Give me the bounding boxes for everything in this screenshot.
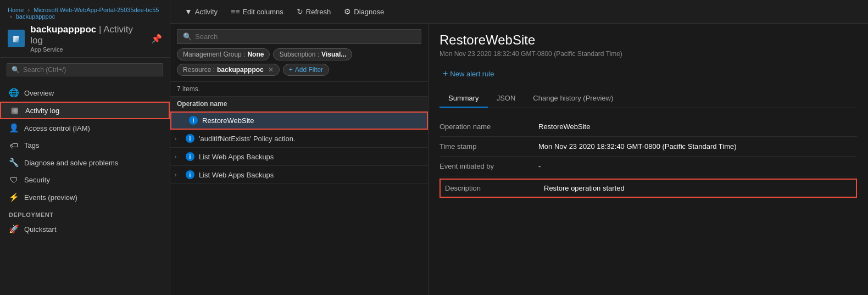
expand-arrow[interactable]: ›	[175, 172, 181, 178]
pin-icon[interactable]: 📌	[151, 34, 162, 44]
list-item[interactable]: › i 'auditIfNotExists' Policy action.	[170, 130, 428, 148]
item-label: List Web Apps Backups	[199, 171, 274, 179]
sidebar-item-label: Tags	[24, 141, 39, 149]
breadcrumb: Home › Microsoft.Web-WebApp-Portal-25035…	[8, 7, 162, 20]
add-filter-icon: +	[289, 66, 293, 74]
sidebar-item-label: Quickstart	[24, 225, 57, 233]
list-item[interactable]: › i List Web Apps Backups	[170, 148, 428, 166]
search-input[interactable]	[195, 32, 415, 41]
gear-icon: ⚙	[344, 7, 351, 16]
refresh-button[interactable]: ↻ Refresh	[291, 4, 337, 19]
info-icon: i	[186, 170, 194, 179]
content-area: 🔍 Management Group : None Subscription :…	[170, 24, 868, 295]
sidebar-item-tags[interactable]: 🏷 Tags	[0, 137, 170, 154]
security-icon: 🛡	[9, 175, 19, 185]
sidebar-header: Home › Microsoft.Web-WebApp-Portal-25035…	[0, 0, 170, 58]
tags-icon: 🏷	[9, 141, 19, 150]
detail-tabs: Summary JSON Change history (Preview)	[439, 90, 857, 108]
sidebar-item-access-control[interactable]: 👤 Access control (IAM)	[0, 119, 170, 137]
edit-columns-button[interactable]: ≡≡ Edit columns	[225, 4, 289, 19]
resource-icon: ▦	[8, 30, 25, 47]
refresh-icon: ↻	[297, 7, 303, 16]
activity-button[interactable]: ▼ Activity	[179, 4, 223, 19]
field-operation-name: Operation name RestoreWebSite	[439, 117, 857, 137]
item-label: RestoreWebSite	[202, 116, 254, 125]
field-event-initiated-by: Event initiated by -	[439, 157, 857, 176]
overview-icon: 🌐	[9, 88, 19, 98]
sidebar-search-input[interactable]	[23, 66, 158, 74]
filter-bar: 🔍 Management Group : None Subscription :…	[170, 24, 428, 82]
detail-timestamp: Mon Nov 23 2020 18:32:40 GMT-0800 (Pacif…	[439, 50, 857, 58]
sidebar-item-label: Activity log	[25, 107, 59, 115]
breadcrumb-rg[interactable]: Microsoft.Web-WebApp-Portal-25035dee-bc5…	[34, 7, 159, 13]
sidebar-item-label: Diagnose and solve problems	[24, 159, 118, 167]
toolbar: ▼ Activity ≡≡ Edit columns ↻ Refresh ⚙ D…	[170, 0, 868, 24]
item-label: 'auditIfNotExists' Policy action.	[199, 135, 295, 143]
tab-summary[interactable]: Summary	[439, 90, 488, 108]
list-header: Operation name	[170, 97, 428, 112]
items-count: 7 items.	[170, 82, 428, 97]
new-alert-rule-button[interactable]: + New alert rule	[439, 66, 498, 81]
plus-icon: +	[443, 69, 448, 79]
info-icon: i	[189, 116, 198, 125]
activity-log-icon: ▦	[10, 105, 20, 115]
nav-items: 🌐 Overview ▦ Activity log 👤 Access contr…	[0, 82, 170, 295]
main-content: ▼ Activity ≡≡ Edit columns ↻ Refresh ⚙ D…	[170, 0, 868, 295]
events-icon: ⚡	[9, 192, 19, 202]
resource-title: ▦ backupapppoc | Activity log App Servic…	[8, 24, 162, 53]
tab-change-history[interactable]: Change history (Preview)	[524, 90, 622, 108]
list-item[interactable]: i RestoreWebSite	[170, 112, 428, 130]
sidebar-item-overview[interactable]: 🌐 Overview	[0, 84, 170, 102]
detail-fields: Operation name RestoreWebSite Time stamp…	[439, 117, 857, 198]
search-icon: 🔍	[12, 66, 20, 74]
sidebar-item-diagnose[interactable]: 🔧 Diagnose and solve problems	[0, 154, 170, 171]
search-icon: 🔍	[183, 32, 192, 41]
sidebar-item-quickstart[interactable]: 🚀 Quickstart	[0, 220, 170, 238]
tab-json[interactable]: JSON	[488, 90, 525, 108]
add-filter-button[interactable]: + Add Filter	[283, 64, 329, 76]
field-description: Description Restore operation started	[439, 179, 857, 198]
columns-icon: ≡≡	[231, 7, 240, 16]
resource-name: backupapppoc | Activity log	[30, 24, 146, 46]
sidebar-item-label: Overview	[24, 89, 54, 97]
breadcrumb-resource[interactable]: backupapppoc	[16, 13, 55, 20]
management-group-filter[interactable]: Management Group : None	[177, 48, 270, 60]
sidebar-item-label: Events (preview)	[24, 193, 77, 202]
detail-title: RestoreWebSite	[439, 32, 857, 48]
list-panel: 🔍 Management Group : None Subscription :…	[170, 24, 429, 295]
diagnose-icon: 🔧	[9, 158, 19, 168]
quickstart-icon: 🚀	[9, 224, 19, 234]
detail-actions: + New alert rule	[439, 66, 857, 81]
list-item[interactable]: › i List Web Apps Backups	[170, 166, 428, 184]
expand-arrow[interactable]: ›	[175, 154, 181, 160]
activity-icon: ▼	[185, 7, 192, 16]
expand-arrow[interactable]: ›	[175, 136, 181, 142]
diagnose-button[interactable]: ⚙ Diagnose	[338, 4, 390, 19]
sidebar-item-events[interactable]: ⚡ Events (preview)	[0, 188, 170, 206]
info-icon: i	[186, 134, 194, 143]
subscription-filter[interactable]: Subscription : Visual...	[273, 48, 352, 60]
sidebar-item-label: Access control (IAM)	[24, 124, 90, 132]
info-icon: i	[186, 152, 194, 161]
filter-tags: Management Group : None Subscription : V…	[177, 48, 421, 76]
sidebar-item-activity-log[interactable]: ▦ Activity log	[0, 102, 170, 119]
search-field: 🔍	[177, 29, 421, 44]
remove-resource-filter[interactable]: ✕	[268, 66, 274, 74]
resource-subtitle: App Service	[30, 46, 146, 53]
sidebar: Home › Microsoft.Web-WebApp-Portal-25035…	[0, 0, 170, 295]
resource-filter[interactable]: Resource : backupapppoc ✕	[177, 64, 280, 76]
deployment-section-header: Deployment	[0, 206, 170, 220]
list-items: i RestoreWebSite › i 'auditIfNotExists' …	[170, 112, 428, 295]
detail-panel: RestoreWebSite Mon Nov 23 2020 18:32:40 …	[429, 24, 868, 295]
item-label: List Web Apps Backups	[199, 153, 274, 161]
field-timestamp: Time stamp Mon Nov 23 2020 18:32:40 GMT-…	[439, 137, 857, 157]
sidebar-search-box: 🔍	[7, 63, 163, 76]
access-control-icon: 👤	[9, 123, 19, 133]
sidebar-item-label: Security	[24, 176, 50, 184]
breadcrumb-home[interactable]: Home	[8, 7, 24, 13]
sidebar-item-security[interactable]: 🛡 Security	[0, 171, 170, 188]
